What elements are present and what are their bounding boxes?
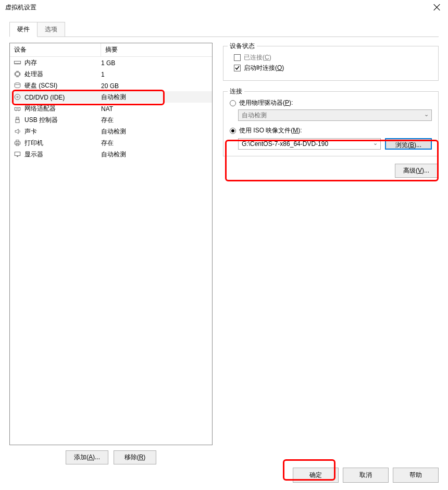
svg-rect-6 <box>16 117 18 119</box>
sound-icon <box>10 128 24 136</box>
device-name: 处理器 <box>24 69 101 79</box>
device-summary: NAT <box>101 105 212 113</box>
help-button[interactable]: 帮助 <box>393 468 439 483</box>
ok-button[interactable]: 确定 <box>293 468 339 483</box>
cancel-button[interactable]: 取消 <box>343 468 389 483</box>
svg-point-3 <box>15 94 20 100</box>
add-button[interactable]: 添加(A)... <box>66 450 108 464</box>
svg-rect-1 <box>16 72 19 76</box>
device-name: 网络适配器 <box>24 104 101 113</box>
device-name: 内存 <box>24 58 101 67</box>
device-row-2[interactable]: 硬盘 (SCSI)20 GB <box>10 80 212 91</box>
device-summary: 1 GB <box>101 59 212 67</box>
device-name: CD/DVD (IDE) <box>24 93 101 101</box>
use-iso-radio[interactable] <box>230 128 236 134</box>
device-name: 硬盘 (SCSI) <box>24 81 101 90</box>
device-summary: 自动检测 <box>101 92 212 102</box>
svg-point-2 <box>15 83 20 85</box>
usb-icon <box>10 116 24 124</box>
dialog-footer: 确定 取消 帮助 <box>293 468 439 483</box>
device-summary: 20 GB <box>101 82 212 90</box>
device-summary: 自动检测 <box>101 127 212 136</box>
device-row-5[interactable]: USB 控制器存在 <box>10 114 212 126</box>
device-row-0[interactable]: 内存1 GB <box>10 57 212 68</box>
cpu-icon <box>10 70 24 78</box>
window-title: 虚拟机设置 <box>5 3 425 12</box>
titlebar: 虚拟机设置 <box>0 0 448 15</box>
device-name: 打印机 <box>24 138 101 148</box>
device-row-3[interactable]: CD/DVD (IDE)自动检测 <box>10 91 212 103</box>
svg-rect-11 <box>15 152 20 156</box>
svg-rect-0 <box>14 62 20 64</box>
connected-checkbox[interactable] <box>234 54 241 61</box>
device-name: 声卡 <box>24 127 101 136</box>
group-title-status: 设备状态 <box>228 42 257 51</box>
disk-icon <box>10 82 24 90</box>
display-icon <box>10 151 24 158</box>
connect-on-start-checkbox[interactable] <box>234 65 241 71</box>
memory-icon <box>10 59 24 67</box>
device-summary: 存在 <box>101 115 212 125</box>
iso-path-dropdown[interactable]: G:\CentOS-7-x86_64-DVD-190 <box>238 138 381 150</box>
header-summary[interactable]: 摘要 <box>101 43 212 56</box>
printer-icon <box>10 139 24 147</box>
remove-button[interactable]: 移除(R) <box>114 450 156 464</box>
tabs: 硬件 选项 <box>0 22 448 37</box>
device-name: 显示器 <box>24 150 101 159</box>
device-row-8[interactable]: 显示器自动检测 <box>10 149 212 160</box>
device-list-header: 设备 摘要 <box>10 43 212 57</box>
close-icon <box>433 4 441 11</box>
network-icon <box>10 105 24 113</box>
device-row-1[interactable]: 处理器1 <box>10 68 212 80</box>
group-title-connection: 连接 <box>228 87 244 96</box>
device-list: 设备 摘要 内存1 GB处理器1硬盘 (SCSI)20 GBCD/DVD (ID… <box>9 43 213 445</box>
physical-drive-dropdown: 自动检测 <box>238 109 432 121</box>
device-summary: 自动检测 <box>101 150 212 159</box>
device-summary: 1 <box>101 70 212 78</box>
device-row-6[interactable]: 声卡自动检测 <box>10 126 212 137</box>
use-physical-radio[interactable] <box>230 100 236 106</box>
device-name: USB 控制器 <box>24 115 101 125</box>
svg-point-4 <box>17 96 18 98</box>
tab-options[interactable]: 选项 <box>37 22 65 37</box>
device-summary: 存在 <box>101 138 212 148</box>
svg-rect-7 <box>16 120 19 123</box>
connection-group: 连接 使用物理驱动器(P): 自动检测 使用 ISO 映像文件(M): G:\C… <box>223 91 439 156</box>
browse-button[interactable]: 浏览(B)... <box>385 138 432 150</box>
device-row-7[interactable]: 打印机存在 <box>10 137 212 149</box>
svg-rect-9 <box>16 140 18 142</box>
advanced-button[interactable]: 高级(V)... <box>395 164 438 178</box>
device-status-group: 设备状态 已连接(C) 启动时连接(O) <box>223 46 439 81</box>
tab-hardware[interactable]: 硬件 <box>9 22 38 37</box>
header-device[interactable]: 设备 <box>10 43 101 56</box>
device-row-4[interactable]: 网络适配器NAT <box>10 103 212 114</box>
close-button[interactable] <box>425 0 448 15</box>
disc-icon <box>10 93 24 101</box>
